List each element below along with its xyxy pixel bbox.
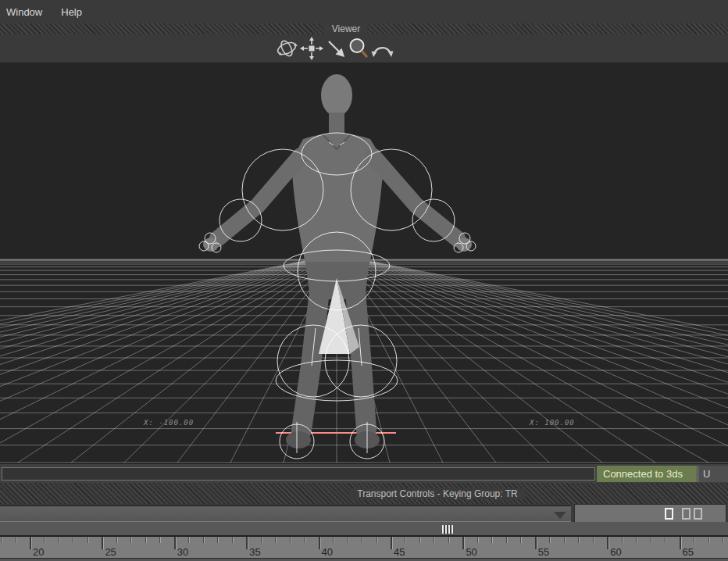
action-field[interactable] [2,467,595,481]
time-slider-track[interactable] [0,522,728,537]
ruler-frame-label: 65 [683,546,694,558]
ruler-frame-label: 30 [177,546,188,558]
ruler-major-tick [246,537,248,549]
ruler-minor-tick [564,537,565,543]
character-model[interactable] [203,74,472,448]
ruler-major-tick [174,537,176,549]
ruler-minor-tick [145,537,146,543]
menu-window[interactable]: Window [6,6,42,18]
ruler-minor-tick [130,537,131,543]
ruler-frame-label: 60 [610,546,621,558]
ruler-minor-tick [16,537,16,543]
ruler-major-tick [462,537,464,549]
ruler-minor-tick [348,537,348,543]
application-window: Window Help Viewer [0,0,728,561]
ruler-minor-tick [506,537,507,543]
transport-title-strip: Transport Controls - Keying Group: TR [0,483,728,504]
ruler-minor-tick [578,537,579,543]
viewer-panel-title: Viewer [324,23,368,34]
ruler-minor-tick [636,537,637,543]
ruler-frame-label: 25 [105,546,116,558]
ruler-frame-label: 50 [466,546,476,558]
ruler-frame-label: 35 [249,546,260,558]
ruler-major-tick [607,537,608,549]
bottom-edge-strip [0,558,728,561]
ruler-minor-tick [665,537,666,543]
frame-digit-icon [665,508,673,520]
ruler-minor-tick [549,537,550,543]
ruler-minor-tick [1,537,2,543]
ruler-minor-tick [304,537,305,543]
transport-row [0,504,728,522]
ruler-frame-label: 20 [33,546,44,558]
ruler-minor-tick [434,537,434,543]
ruler-major-tick [680,537,681,549]
ruler-minor-tick [59,537,59,543]
ruler-frame-label: 55 [538,546,549,558]
ruler-minor-tick [520,537,521,543]
orbit-tool-icon[interactable] [275,37,298,60]
grid-axis-label-right: X: 100.00 [530,419,575,427]
viewer-title-strip: Viewer [0,23,728,34]
ruler-frame-label: 45 [394,546,405,558]
grid-axis-label-left: X: -100.00 [144,419,194,427]
ruler-major-tick [319,537,320,549]
viewer-toolbar [0,34,728,63]
ruler-minor-tick [362,537,362,543]
ruler-minor-tick [491,537,492,543]
frame-digit-icon [694,508,702,520]
frame-digit-icon [682,508,691,520]
ruler-minor-tick [188,537,189,543]
time-scrub-grip[interactable] [442,525,453,534]
viewport-canvas [0,63,728,463]
ruler-minor-tick [448,537,449,543]
zoom-tool-icon[interactable] [324,37,348,60]
ruler-minor-tick [405,537,405,543]
ruler-minor-tick [116,537,117,543]
ruler-minor-tick [708,537,709,543]
ruler-minor-tick [622,537,623,543]
ruler-minor-tick [723,537,723,543]
arc-rotate-tool-icon[interactable] [370,37,394,60]
ruler-major-tick [391,537,392,549]
update-button[interactable]: U [698,466,728,482]
ruler-minor-tick [376,537,377,543]
status-row: Connected to 3ds Max U [0,463,728,483]
ruler-minor-tick [159,537,160,543]
timeline-ruler[interactable]: 20253035404550556065 [0,537,728,558]
viewport-3d[interactable]: X: -100.00 X: 100.00 [0,63,728,463]
pan-tool-icon[interactable] [300,37,323,60]
ruler-minor-tick [203,537,204,543]
ruler-minor-tick [217,537,218,543]
ruler-minor-tick [593,537,594,543]
ruler-minor-tick [232,537,233,543]
ruler-frame-label: 40 [322,546,333,558]
ruler-minor-tick [261,537,262,543]
ruler-minor-tick [290,537,291,543]
ruler-minor-tick [44,537,45,543]
transport-action-dropdown[interactable] [0,505,571,522]
transport-panel-title: Transport Controls - Keying Group: TR [349,488,525,499]
menu-help[interactable]: Help [61,6,82,18]
ruler-major-tick [535,537,537,549]
ruler-minor-tick [87,537,88,543]
connection-status-badge: Connected to 3ds Max [597,466,697,482]
ruler-minor-tick [651,537,651,543]
ruler-minor-tick [694,537,694,543]
menu-bar: Window Help [0,0,728,23]
ruler-major-tick [102,537,103,549]
ruler-minor-tick [73,537,73,543]
ruler-minor-tick [477,537,478,543]
chevron-down-icon [554,512,566,519]
ruler-major-tick [30,537,31,549]
ruler-minor-tick [419,537,420,543]
frame-display-panel[interactable] [574,504,726,523]
ruler-minor-tick [333,537,334,543]
ruler-minor-tick [275,537,276,543]
magnify-tool-icon[interactable] [347,37,370,60]
